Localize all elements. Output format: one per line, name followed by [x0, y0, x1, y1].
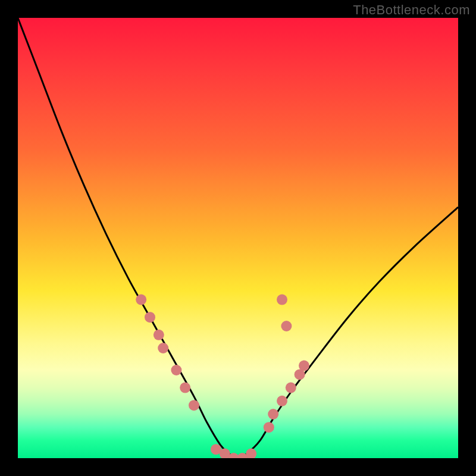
data-point: [136, 295, 146, 305]
data-point: [180, 383, 190, 393]
data-point: [145, 312, 155, 322]
watermark-text: TheBottleneck.com: [353, 2, 470, 18]
data-point: [281, 321, 292, 331]
data-point: [268, 409, 278, 419]
data-point: [286, 383, 296, 393]
data-point: [277, 396, 287, 406]
data-point: [154, 330, 164, 340]
data-point: [264, 422, 274, 433]
data-points: [136, 295, 309, 458]
data-point: [189, 400, 199, 411]
data-point: [277, 295, 287, 305]
chart-frame: TheBottleneck.com: [0, 0, 476, 476]
bottleneck-curve: [18, 18, 458, 458]
data-point: [246, 449, 256, 458]
data-point: [171, 365, 181, 375]
curve-svg: [18, 18, 458, 458]
data-point: [299, 361, 309, 371]
plot-area: [18, 18, 458, 458]
data-point: [158, 343, 168, 353]
